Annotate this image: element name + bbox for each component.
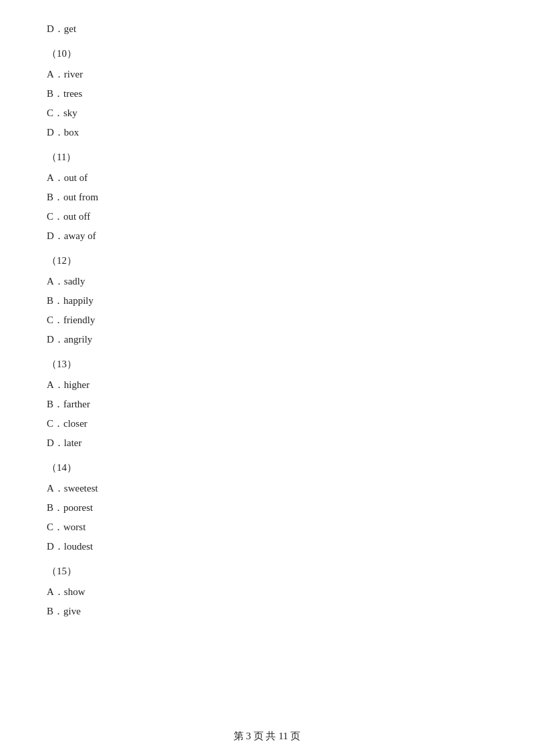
q13-d: D．later <box>47 434 487 452</box>
q14-number: （14） <box>47 459 487 477</box>
q12-b: B．happily <box>47 292 487 310</box>
q11-d: D．away of <box>47 227 487 245</box>
q10-c: C．sky <box>47 104 487 122</box>
q12-c: C．friendly <box>47 311 487 329</box>
d10-option: D．get <box>47 20 487 38</box>
q14-d: D．loudest <box>47 538 487 556</box>
q13-a: A．higher <box>47 376 487 394</box>
q12-number: （12） <box>47 252 487 270</box>
q11-c: C．out off <box>47 208 487 226</box>
q14-a: A．sweetest <box>47 480 487 498</box>
q10-d: D．box <box>47 124 487 142</box>
q15-a: A．show <box>47 583 487 601</box>
q14-c: C．worst <box>47 518 487 536</box>
q10-b: B．trees <box>47 85 487 103</box>
q13-number: （13） <box>47 355 487 373</box>
q11-a: A．out of <box>47 169 487 187</box>
main-content: D．get （10） A．river B．trees C．sky D．box （… <box>0 0 534 662</box>
q14-b: B．poorest <box>47 499 487 517</box>
q15-number: （15） <box>47 562 487 580</box>
q13-c: C．closer <box>47 415 487 433</box>
q11-b: B．out from <box>47 188 487 206</box>
q11-number: （11） <box>47 148 487 166</box>
page-footer: 第 3 页 共 11 页 <box>0 730 534 743</box>
q13-b: B．farther <box>47 395 487 413</box>
q10-a: A．river <box>47 65 487 83</box>
q12-a: A．sadly <box>47 272 487 291</box>
q12-d: D．angrily <box>47 331 487 349</box>
q15-b: B．give <box>47 602 487 620</box>
q10-number: （10） <box>47 45 487 63</box>
